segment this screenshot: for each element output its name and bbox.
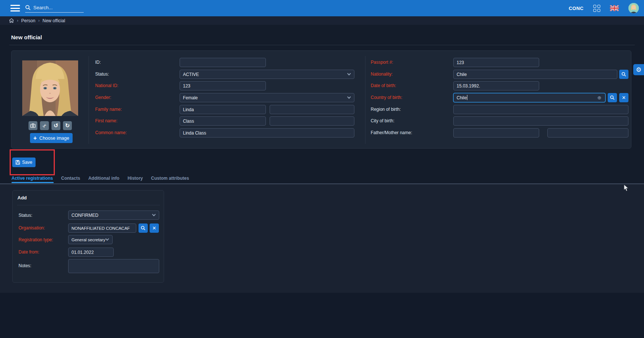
id-input[interactable] bbox=[180, 58, 266, 67]
passport-label: Passport #: bbox=[371, 60, 393, 65]
page-bottom-background bbox=[0, 293, 644, 338]
home-icon[interactable] bbox=[9, 18, 14, 23]
scissors-icon: ✂ bbox=[41, 122, 48, 129]
rotate-left-button[interactable]: ↺ bbox=[51, 121, 60, 130]
country-search-button[interactable] bbox=[608, 93, 617, 102]
language-flag-uk-icon[interactable] bbox=[610, 5, 619, 11]
tab-contacts[interactable]: Contacts bbox=[61, 176, 80, 185]
column-divider bbox=[365, 56, 366, 144]
reg-status-label: Status: bbox=[19, 213, 32, 218]
common-name-label: Common name: bbox=[95, 130, 127, 135]
family-name-alt-input[interactable] bbox=[270, 105, 354, 114]
passport-input[interactable] bbox=[453, 58, 539, 67]
add-panel-title: Add bbox=[17, 195, 27, 201]
organisation-search-button[interactable] bbox=[139, 223, 148, 233]
date-of-birth-label: Date of birth: bbox=[371, 83, 396, 88]
breadcrumb-person[interactable]: Person bbox=[21, 18, 35, 23]
nationality-input[interactable] bbox=[453, 70, 617, 79]
breadcrumb-new-official: New official bbox=[43, 18, 65, 23]
organisation-input[interactable] bbox=[68, 223, 136, 233]
gender-label: Gender: bbox=[95, 95, 111, 100]
country-of-birth-input[interactable] bbox=[453, 93, 605, 102]
city-of-birth-label: City of birth: bbox=[371, 118, 394, 123]
apps-grid-icon[interactable] bbox=[593, 5, 600, 12]
search-icon bbox=[610, 95, 615, 100]
save-icon bbox=[16, 160, 20, 165]
country-clear-button[interactable]: ✕ bbox=[619, 93, 628, 102]
save-button[interactable]: Save bbox=[12, 158, 36, 167]
chevron-down-icon bbox=[347, 95, 351, 99]
reg-status-select[interactable]: CONFIRMED bbox=[68, 211, 159, 220]
notes-label: Notes: bbox=[19, 263, 31, 268]
first-name-input[interactable] bbox=[180, 116, 266, 126]
global-search bbox=[25, 3, 84, 13]
rotate-right-icon: ↻ bbox=[65, 122, 70, 129]
title-divider bbox=[9, 45, 635, 45]
text-caret bbox=[467, 95, 467, 100]
plus-icon: + bbox=[33, 135, 37, 141]
settings-gear-button[interactable]: ⚙ bbox=[633, 64, 644, 75]
date-from-input[interactable] bbox=[68, 248, 114, 257]
registration-type-select[interactable]: General secretary bbox=[68, 235, 113, 244]
nationality-search-button[interactable] bbox=[619, 70, 628, 79]
region-of-birth-label: Region of birth: bbox=[371, 107, 401, 112]
date-of-birth-input[interactable] bbox=[453, 81, 539, 90]
active-tab-underline bbox=[11, 182, 54, 183]
registration-type-label: Registration type: bbox=[19, 237, 53, 242]
breadcrumb: › Person › New official bbox=[0, 16, 644, 25]
city-of-birth-input[interactable] bbox=[453, 116, 628, 126]
rotate-left-icon: ↺ bbox=[54, 122, 59, 129]
organisation-clear-button[interactable]: ✕ bbox=[150, 223, 159, 233]
close-icon: ✕ bbox=[622, 95, 626, 100]
tab-history[interactable]: History bbox=[127, 176, 143, 185]
gear-icon: ⚙ bbox=[636, 66, 641, 74]
search-icon bbox=[25, 5, 31, 10]
search-input[interactable] bbox=[33, 5, 78, 10]
tab-custom-attributes[interactable]: Custom attributes bbox=[151, 176, 189, 185]
user-avatar[interactable] bbox=[628, 3, 639, 13]
family-name-input[interactable] bbox=[180, 105, 266, 114]
notes-textarea[interactable] bbox=[68, 259, 159, 273]
date-from-label: Date from: bbox=[19, 249, 39, 255]
choose-image-button[interactable]: + Choose image bbox=[30, 133, 73, 143]
mother-name-input[interactable] bbox=[547, 128, 628, 137]
crop-button[interactable]: ✂ bbox=[40, 121, 49, 130]
status-select[interactable]: ACTIVE bbox=[180, 70, 354, 79]
breadcrumb-separator: › bbox=[17, 19, 18, 23]
add-panel-divider bbox=[17, 205, 160, 205]
organisation-label: Organisation: bbox=[19, 225, 45, 231]
camera-icon bbox=[30, 123, 36, 128]
app-window: CONC › bbox=[0, 0, 644, 338]
id-label: ID: bbox=[95, 60, 101, 65]
first-name-alt-input[interactable] bbox=[270, 116, 354, 126]
chevron-down-icon bbox=[106, 237, 109, 241]
region-of-birth-input[interactable] bbox=[453, 105, 628, 114]
rotate-right-button[interactable]: ↻ bbox=[63, 121, 72, 130]
target-icon[interactable]: ⊕ bbox=[597, 95, 601, 100]
search-icon bbox=[141, 226, 146, 231]
tab-active-registrations[interactable]: Active registrations bbox=[11, 176, 53, 185]
camera-button[interactable] bbox=[29, 121, 37, 130]
chevron-down-icon bbox=[152, 213, 156, 216]
first-name-label: First name: bbox=[95, 118, 117, 123]
organisation-code: CONC bbox=[569, 6, 584, 11]
add-registration-panel: Add Status: CONFIRMED Organisation: ✕ Re… bbox=[12, 190, 164, 283]
search-icon bbox=[621, 72, 626, 77]
tab-additional-info[interactable]: Additional info bbox=[88, 176, 119, 185]
father-mother-name-label: Father/Mother name: bbox=[371, 130, 412, 135]
nationality-label: Nationality: bbox=[371, 72, 393, 77]
country-of-birth-label: Country of birth: bbox=[371, 95, 402, 100]
close-icon: ✕ bbox=[152, 225, 156, 231]
chevron-down-icon bbox=[347, 72, 351, 76]
family-name-label: Family name: bbox=[95, 107, 122, 112]
common-name-input[interactable] bbox=[180, 128, 354, 137]
status-label: Status: bbox=[95, 72, 109, 77]
photo-toolbar: ✂ ↺ ↻ bbox=[29, 121, 72, 130]
national-id-input[interactable] bbox=[180, 81, 266, 90]
menu-icon[interactable] bbox=[10, 5, 20, 11]
breadcrumb-separator: › bbox=[38, 19, 39, 23]
father-name-input[interactable] bbox=[453, 128, 539, 137]
gender-select[interactable]: Female bbox=[180, 93, 354, 102]
top-navbar: CONC bbox=[0, 0, 644, 16]
person-form-card: ✂ ↺ ↻ + Choose image ID: Status: ACTIVE … bbox=[11, 50, 631, 149]
